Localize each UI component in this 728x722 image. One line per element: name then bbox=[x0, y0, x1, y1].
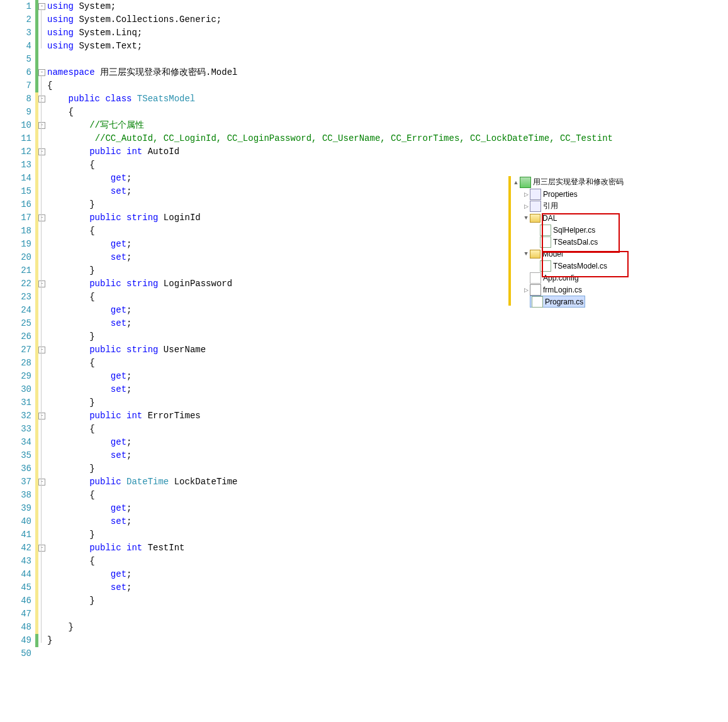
line-number: 31 bbox=[0, 396, 31, 409]
tree-node-label: Model bbox=[542, 250, 563, 258]
line-number: 8 bbox=[0, 92, 31, 106]
tree-node[interactable]: TSeatsModel.cs bbox=[512, 260, 638, 272]
solution-explorer[interactable]: ▲ 用三层实现登录和修改密码 ▷Properties▷引用▲DALSqlHelp… bbox=[512, 176, 638, 308]
code-line[interactable]: using System; bbox=[47, 0, 613, 13]
code-area[interactable]: using System;using System.Collections.Ge… bbox=[46, 0, 613, 660]
code-line[interactable]: { bbox=[47, 357, 613, 370]
tree-highlight-bar bbox=[508, 176, 511, 306]
outline-guide bbox=[41, 9, 42, 48]
code-line[interactable]: } bbox=[47, 462, 613, 475]
expand-arrow-icon[interactable]: ▷ bbox=[522, 203, 530, 209]
tree-node[interactable]: ▲Model bbox=[512, 248, 638, 260]
collapse-region-icon[interactable]: - bbox=[38, 479, 45, 486]
line-number: 11 bbox=[0, 132, 31, 145]
line-number: 20 bbox=[0, 251, 31, 264]
line-number: 43 bbox=[0, 555, 31, 568]
code-line[interactable]: get; bbox=[47, 370, 613, 383]
code-line[interactable]: set; bbox=[47, 449, 613, 462]
collapse-region-icon[interactable]: - bbox=[38, 122, 45, 129]
tree-node[interactable]: ▷引用 bbox=[512, 200, 638, 212]
code-line[interactable]: namespace 用三层实现登录和修改密码.Model bbox=[47, 66, 613, 79]
code-line[interactable]: set; bbox=[47, 317, 613, 330]
code-line[interactable]: public int ErrorTimes bbox=[47, 409, 613, 423]
code-line[interactable]: public string UserName bbox=[47, 343, 613, 357]
outlining-margin[interactable]: ----------- bbox=[38, 0, 46, 660]
code-line[interactable]: } bbox=[47, 330, 613, 343]
collapse-region-icon[interactable]: - bbox=[38, 545, 45, 552]
tree-node[interactable]: ▷frmLogin.cs bbox=[512, 284, 638, 296]
code-line[interactable]: public DateTime LockDateTime bbox=[47, 475, 613, 489]
tree-node[interactable]: SqlHelper.cs bbox=[512, 224, 638, 236]
collapse-arrow-icon[interactable]: ▲ bbox=[522, 215, 530, 221]
tree-node[interactable]: Program.cs bbox=[512, 296, 638, 308]
expand-arrow-icon[interactable]: ▲ bbox=[512, 179, 520, 186]
line-number: 4 bbox=[0, 40, 31, 53]
code-line[interactable]: } bbox=[47, 528, 613, 542]
code-line[interactable]: public int AutoId bbox=[47, 145, 613, 158]
code-line[interactable]: //写七个属性 bbox=[47, 119, 613, 132]
line-number: 10 bbox=[0, 119, 31, 132]
code-line[interactable]: } bbox=[47, 594, 613, 608]
code-line[interactable]: get; bbox=[47, 436, 613, 449]
line-number: 25 bbox=[0, 317, 31, 330]
collapse-region-icon[interactable]: - bbox=[38, 96, 45, 103]
expand-arrow-icon[interactable]: ▷ bbox=[522, 191, 530, 197]
tree-node-label: TSeatsDal.cs bbox=[553, 238, 598, 247]
line-number: 49 bbox=[0, 634, 31, 647]
code-line[interactable]: public int TestInt bbox=[47, 542, 613, 555]
code-line[interactable]: set; bbox=[47, 515, 613, 528]
line-number: 7 bbox=[0, 79, 31, 92]
tree-node[interactable]: ▷Properties bbox=[512, 188, 638, 200]
tree-node[interactable]: ▲DAL bbox=[512, 212, 638, 224]
collapse-region-icon[interactable]: - bbox=[38, 413, 45, 419]
tree-node[interactable]: App.config bbox=[512, 272, 638, 284]
line-number: 14 bbox=[0, 172, 31, 185]
code-line[interactable]: using System.Text; bbox=[47, 40, 613, 53]
code-line[interactable]: } bbox=[47, 396, 613, 409]
form-file-icon bbox=[530, 284, 541, 296]
code-line[interactable]: set; bbox=[47, 383, 613, 396]
collapse-region-icon[interactable]: - bbox=[38, 69, 45, 76]
code-line[interactable]: get; bbox=[47, 568, 613, 581]
line-number: 24 bbox=[0, 304, 31, 317]
code-line[interactable]: public class TSeatsModel bbox=[47, 92, 613, 106]
code-line[interactable]: { bbox=[47, 158, 613, 172]
code-line[interactable]: set; bbox=[47, 581, 613, 594]
code-line[interactable]: { bbox=[47, 489, 613, 502]
line-number: 1 bbox=[0, 0, 31, 13]
code-line[interactable]: { bbox=[47, 555, 613, 568]
code-line[interactable]: //CC_AutoId, CC_LoginId, CC_LoginPasswor… bbox=[47, 132, 613, 145]
code-line[interactable] bbox=[47, 647, 613, 660]
code-line[interactable] bbox=[47, 53, 613, 66]
collapse-arrow-icon[interactable]: ▲ bbox=[522, 251, 530, 257]
line-number: 9 bbox=[0, 106, 31, 119]
code-line[interactable]: } bbox=[47, 621, 613, 634]
project-node[interactable]: ▲ 用三层实现登录和修改密码 bbox=[512, 176, 638, 188]
line-number: 32 bbox=[0, 409, 31, 423]
line-number: 35 bbox=[0, 449, 31, 462]
code-line[interactable]: using System.Linq; bbox=[47, 26, 613, 40]
code-line[interactable]: { bbox=[47, 423, 613, 436]
expand-arrow-icon[interactable]: ▷ bbox=[522, 287, 530, 293]
references-icon bbox=[530, 189, 541, 200]
code-line[interactable]: { bbox=[47, 79, 613, 92]
csharp-file-icon bbox=[540, 236, 551, 248]
collapse-region-icon[interactable]: - bbox=[38, 3, 45, 10]
code-line[interactable] bbox=[47, 608, 613, 621]
line-number: 39 bbox=[0, 502, 31, 515]
line-number: 37 bbox=[0, 475, 31, 489]
collapse-region-icon[interactable]: - bbox=[38, 214, 45, 221]
collapse-region-icon[interactable]: - bbox=[38, 280, 45, 287]
code-line[interactable]: } bbox=[47, 634, 613, 647]
collapse-region-icon[interactable]: - bbox=[38, 148, 45, 155]
code-line[interactable]: get; bbox=[47, 502, 613, 515]
collapse-region-icon[interactable]: - bbox=[38, 347, 45, 353]
line-number: 44 bbox=[0, 568, 31, 581]
line-number: 47 bbox=[0, 608, 31, 621]
code-editor[interactable]: 1234567891011121314151617181920212223242… bbox=[0, 0, 613, 660]
code-line[interactable]: using System.Collections.Generic; bbox=[47, 13, 613, 26]
line-number: 33 bbox=[0, 423, 31, 436]
tree-node[interactable]: TSeatsDal.cs bbox=[512, 236, 638, 248]
code-line[interactable]: { bbox=[47, 106, 613, 119]
line-number: 23 bbox=[0, 291, 31, 304]
